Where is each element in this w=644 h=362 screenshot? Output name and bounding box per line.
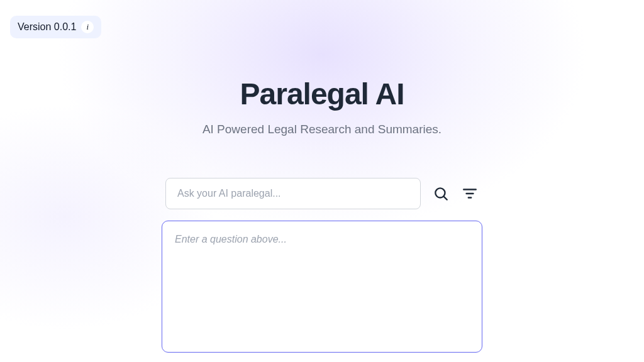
- page-subtitle: AI Powered Legal Research and Summaries.: [203, 123, 441, 136]
- search-icon: [433, 185, 449, 202]
- version-label: Version 0.0.1: [18, 21, 76, 33]
- version-pill[interactable]: Version 0.0.1 i: [10, 16, 101, 38]
- filter-icon: [462, 185, 478, 202]
- svg-line-1: [444, 197, 447, 200]
- search-input[interactable]: [165, 178, 421, 209]
- results-placeholder: Enter a question above...: [175, 234, 287, 244]
- filter-button[interactable]: [461, 185, 479, 202]
- search-row: [165, 178, 479, 209]
- results-box: Enter a question above...: [162, 221, 482, 353]
- info-icon: i: [81, 21, 94, 33]
- page-title: Paralegal AI: [240, 77, 404, 111]
- main-content: Paralegal AI AI Powered Legal Research a…: [0, 0, 644, 353]
- search-button[interactable]: [432, 185, 450, 202]
